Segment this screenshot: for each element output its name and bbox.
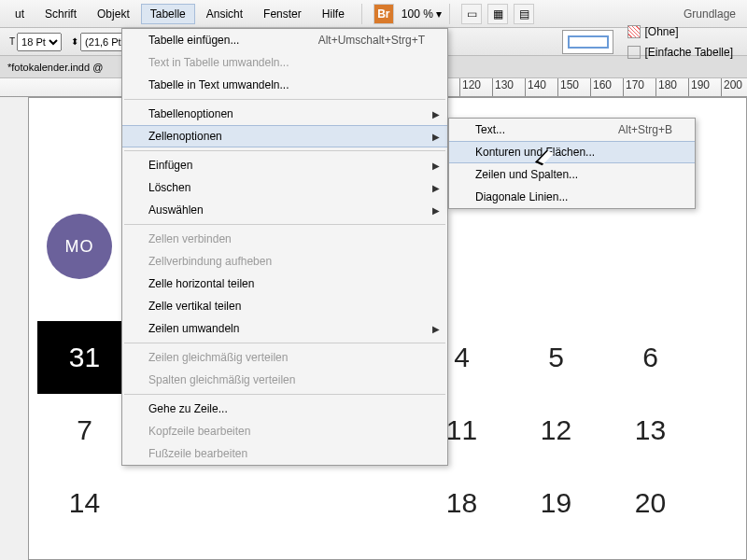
tabelle-menu-item: Zeilen gleichmäßig verteilen bbox=[122, 346, 447, 369]
menu-tabelle[interactable]: Tabelle bbox=[141, 4, 195, 24]
calendar-cell: 25 bbox=[415, 539, 509, 560]
menu-item-label: Zelle horizontal teilen bbox=[148, 277, 254, 290]
menu-separator bbox=[124, 394, 445, 395]
calendar-cell: 13 bbox=[603, 394, 698, 467]
view-mode-2[interactable]: ▦ bbox=[487, 4, 508, 24]
tabelle-menu-item[interactable]: Löschen▶ bbox=[122, 176, 447, 199]
separator bbox=[361, 4, 362, 24]
menu-separator bbox=[124, 224, 445, 225]
menu-item-label: Einfügen bbox=[148, 159, 192, 172]
menu-item-label: Diagonale Linien... bbox=[475, 190, 568, 203]
calendar-cell: 12 bbox=[509, 394, 603, 467]
menu-item-label: Text... bbox=[475, 123, 505, 136]
separator bbox=[449, 4, 450, 24]
tabelle-menu-item[interactable]: Tabellenoptionen▶ bbox=[122, 103, 447, 125]
menu-ut[interactable]: ut bbox=[6, 4, 34, 24]
submenu-arrow-icon: ▶ bbox=[432, 205, 440, 216]
menu-hilfe[interactable]: Hilfe bbox=[313, 4, 354, 24]
tabelle-menu-item: Text in Tabelle umwandeln... bbox=[122, 51, 447, 74]
menu-item-label: Tabelle einfügen... bbox=[148, 34, 239, 47]
zellenoptionen-item[interactable]: Konturen und Flächen... bbox=[449, 141, 695, 163]
submenu-arrow-icon: ▶ bbox=[432, 132, 440, 142]
zoom-level[interactable]: 100 % ▾ bbox=[402, 7, 442, 21]
tabelle-menu-item[interactable]: Einfügen▶ bbox=[122, 154, 447, 176]
calendar-cell bbox=[226, 467, 320, 539]
calendar-cell: 27 bbox=[603, 539, 698, 560]
calendar-cell: 26 bbox=[509, 539, 603, 560]
menu-separator bbox=[124, 150, 445, 151]
tabelle-menu-item: Fußzeile bearbeiten bbox=[122, 442, 447, 465]
weekday-badge: MO bbox=[47, 214, 112, 279]
calendar-cell: 24 bbox=[320, 539, 415, 560]
menu-item-label: Zelle vertikal teilen bbox=[148, 300, 241, 313]
submenu-arrow-icon: ▶ bbox=[432, 161, 440, 171]
style-none[interactable]: [Ohne] bbox=[623, 22, 738, 41]
tabelle-menu-item[interactable]: Zelle horizontal teilen bbox=[122, 273, 447, 295]
menu-item-label: Tabelle in Text umwandeln... bbox=[148, 78, 289, 91]
submenu-arrow-icon: ▶ bbox=[432, 183, 440, 193]
zellenoptionen-item[interactable]: Zeilen und Spalten... bbox=[449, 163, 695, 186]
calendar-cell: 19 bbox=[509, 467, 603, 539]
calendar-cell bbox=[132, 467, 226, 539]
calendar-cell: 22 bbox=[132, 539, 226, 560]
menu-item-label: Kopfzeile bearbeiten bbox=[148, 425, 250, 438]
view-mode-3[interactable]: ▤ bbox=[514, 4, 534, 24]
menu-item-label: Auswählen bbox=[148, 203, 204, 217]
zellenoptionen-item[interactable]: Text...Alt+Strg+B bbox=[449, 119, 695, 141]
calendar-cell: 5 bbox=[509, 321, 603, 394]
menu-separator bbox=[124, 343, 445, 343]
menu-objekt[interactable]: Objekt bbox=[88, 4, 139, 24]
tabelle-menu-item[interactable]: Zellenoptionen▶ bbox=[122, 125, 447, 147]
menu-item-label: Zeilen und Spalten... bbox=[475, 168, 578, 181]
menu-shortcut: Alt+Strg+B bbox=[590, 123, 672, 136]
tabelle-menu-item: Zellverbindung aufheben bbox=[122, 250, 447, 273]
zellenoptionen-item[interactable]: Diagonale Linien... bbox=[449, 186, 695, 208]
calendar-cell: 20 bbox=[603, 467, 698, 539]
menu-item-label: Zeilen gleichmäßig verteilen bbox=[148, 351, 288, 364]
menu-item-label: Fußzeile bearbeiten bbox=[148, 447, 247, 460]
menu-item-label: Tabellenoptionen bbox=[148, 107, 233, 120]
zellenoptionen-submenu: Text...Alt+Strg+BKonturen und Flächen...… bbox=[448, 118, 696, 209]
bridge-button[interactable]: Br bbox=[374, 4, 394, 24]
cell-preview[interactable] bbox=[562, 30, 613, 54]
menu-item-label: Spalten gleichmäßig verteilen bbox=[148, 373, 295, 386]
tabelle-menu-item: Spalten gleichmäßig verteilen bbox=[122, 369, 447, 391]
style-simple[interactable]: [Einfache Tabelle] bbox=[623, 43, 738, 62]
menu-item-label: Löschen bbox=[148, 181, 190, 194]
menu-item-label: Zellen verbinden bbox=[148, 232, 232, 245]
tabelle-menu-item[interactable]: Tabelle einfügen...Alt+Umschalt+Strg+T bbox=[122, 29, 447, 51]
calendar-cell: 7 bbox=[37, 394, 132, 467]
calendar-cell: 21 bbox=[37, 539, 132, 560]
submenu-arrow-icon: ▶ bbox=[432, 324, 440, 334]
calendar-cell: 18 bbox=[415, 467, 509, 539]
menu-item-label: Zellenoptionen bbox=[148, 130, 222, 143]
menu-item-label: Zeilen umwandeln bbox=[148, 322, 239, 335]
menu-item-label: Text in Tabelle umwandeln... bbox=[148, 56, 289, 69]
menu-schrift[interactable]: Schrift bbox=[35, 4, 86, 24]
workspace-label[interactable]: Grundlage bbox=[684, 7, 741, 21]
tabelle-menu-item: Kopfzeile bearbeiten bbox=[122, 420, 447, 442]
tabelle-menu-item[interactable]: Tabelle in Text umwandeln... bbox=[122, 74, 447, 96]
calendar-cell: 6 bbox=[603, 321, 698, 394]
menu-item-label: Gehe zu Zeile... bbox=[148, 402, 228, 415]
menu-fenster[interactable]: Fenster bbox=[254, 4, 311, 24]
menu-separator bbox=[124, 99, 445, 100]
tabelle-menu-item: Zellen verbinden bbox=[122, 228, 447, 250]
tabelle-menu-item[interactable]: Auswählen▶ bbox=[122, 199, 447, 221]
font-size-field[interactable]: T 18 Pt bbox=[9, 33, 62, 51]
tabelle-menu-item[interactable]: Gehe zu Zeile... bbox=[122, 398, 447, 420]
tabelle-menu-item[interactable]: Zelle vertikal teilen bbox=[122, 295, 447, 317]
calendar-cell bbox=[320, 467, 415, 539]
tabelle-menu-item[interactable]: Zeilen umwandeln▶ bbox=[122, 317, 447, 340]
calendar-cell: 23 bbox=[226, 539, 320, 560]
menu-shortcut: Alt+Umschalt+Strg+T bbox=[290, 34, 425, 47]
tabelle-menu: Tabelle einfügen...Alt+Umschalt+Strg+TTe… bbox=[121, 28, 448, 466]
calendar-cell: 31 bbox=[37, 321, 132, 394]
menu-item-label: Konturen und Flächen... bbox=[475, 146, 595, 159]
submenu-arrow-icon: ▶ bbox=[432, 109, 440, 119]
menu-ansicht[interactable]: Ansicht bbox=[197, 4, 252, 24]
view-mode-1[interactable]: ▭ bbox=[461, 4, 482, 24]
menu-item-label: Zellverbindung aufheben bbox=[148, 255, 272, 268]
calendar-cell: 14 bbox=[37, 467, 132, 539]
